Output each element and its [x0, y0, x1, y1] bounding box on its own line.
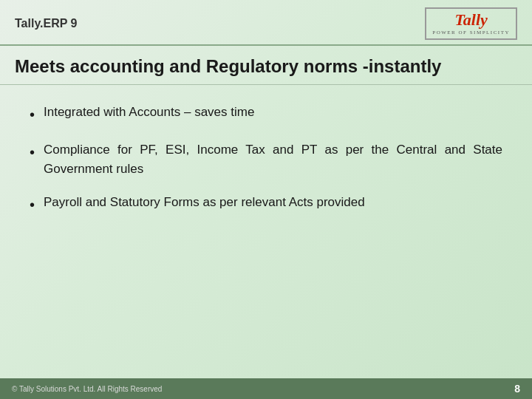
bullet-text: Integrated with Accounts – saves time — [44, 103, 254, 122]
list-item: • Integrated with Accounts – saves time — [30, 103, 502, 126]
logo-text: Tally — [454, 12, 487, 28]
footer: © Tally Solutions Pvt. Ltd. All Rights R… — [0, 378, 532, 399]
tally-logo: Tally POWER OF SIMPLICITY — [425, 7, 517, 40]
bullet-icon: • — [30, 103, 35, 126]
page-number: 8 — [514, 383, 520, 395]
logo-tagline: POWER OF SIMPLICITY — [432, 30, 510, 35]
main-title: Meets accounting and Regulatory norms -i… — [0, 46, 532, 85]
list-item: • Payroll and Statutory Forms as per rel… — [30, 193, 502, 216]
header: Tally.ERP 9 Tally POWER OF SIMPLICITY — [0, 0, 532, 46]
bullet-list: • Integrated with Accounts – saves time … — [30, 103, 502, 216]
bullet-text: Payroll and Statutory Forms as per relev… — [44, 193, 365, 212]
content-area: • Integrated with Accounts – saves time … — [0, 85, 532, 378]
copyright-text: © Tally Solutions Pvt. Ltd. All Rights R… — [12, 385, 162, 393]
list-item: • Compliance for PF, ESI, Income Tax and… — [30, 140, 502, 178]
bullet-icon: • — [30, 194, 35, 216]
slide: Tally.ERP 9 Tally POWER OF SIMPLICITY Me… — [0, 0, 532, 399]
bullet-text: Compliance for PF, ESI, Income Tax and P… — [44, 140, 502, 178]
app-title: Tally.ERP 9 — [15, 17, 77, 30]
bullet-icon: • — [30, 141, 35, 163]
